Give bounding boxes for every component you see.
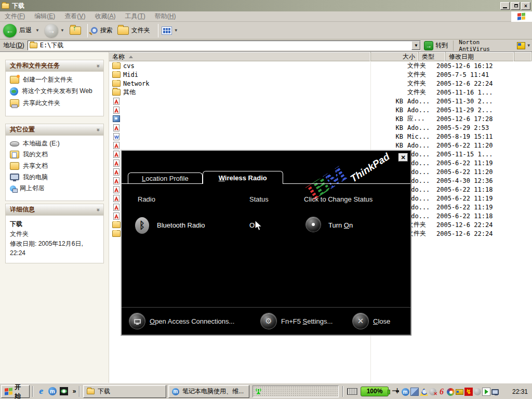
menu-item[interactable]: 帮助(H) — [150, 11, 181, 22]
panel-other-places-header[interactable]: 其它位置 « — [6, 124, 103, 136]
red-six-tray-icon[interactable]: 6 — [437, 388, 446, 396]
collapse-chevron-icon: « — [95, 208, 101, 211]
gear-icon: ⚙ — [261, 313, 276, 329]
access-connections-tray-icon[interactable]: ↯ — [464, 388, 473, 396]
turn-on-button[interactable] — [306, 217, 321, 232]
menu-item[interactable]: 查看(V) — [60, 11, 90, 22]
search-button[interactable]: 搜索 — [91, 26, 114, 35]
file-row[interactable]: KB Ado... 2005-11-30 2... — [109, 97, 532, 105]
views-button[interactable]: ▼ — [162, 26, 180, 35]
minimize-button[interactable] — [500, 2, 510, 10]
address-input[interactable]: E:\下载 ▼ — [28, 41, 421, 50]
network-places-icon — [10, 185, 16, 192]
file-row[interactable]: KB 应... 2005-12-6 17:28 — [109, 114, 532, 123]
panel-details-header[interactable]: 详细信息 « — [6, 204, 103, 216]
file-row[interactable]: KB Ado... 2005-6-22 11:20 — [109, 141, 532, 150]
place-link[interactable]: 共享文档 — [10, 162, 100, 170]
maxthon-tray-icon[interactable]: m — [401, 388, 409, 396]
task-button-notebook[interactable]: m 笔记本电脑使用、维... — [168, 385, 249, 398]
file-row[interactable]: KB Ado... 2005-5-29 2:53 — [109, 123, 532, 132]
file-row[interactable]: Midi 文件夹 2005-7-5 11:41 — [109, 70, 532, 79]
folder-icon — [112, 80, 121, 87]
media-player-tray-icon[interactable] — [482, 388, 490, 396]
menu-item[interactable]: 文件(F) — [0, 11, 30, 22]
collapse-chevron-icon: « — [95, 128, 101, 131]
window-title: 下载 — [12, 2, 499, 10]
task-button-downloads[interactable]: 下载 — [83, 385, 166, 398]
search-magnifier-tray-icon[interactable] — [420, 388, 428, 396]
back-button[interactable]: ← 后退 ▼ — [3, 24, 42, 37]
close-button[interactable]: × — [521, 2, 530, 10]
views-dropdown[interactable]: ▼ — [174, 28, 178, 33]
internet-explorer-quicklaunch-icon[interactable]: e — [36, 387, 46, 396]
open-access-connections-button[interactable]: Open Access Connections... — [129, 313, 234, 329]
task-link[interactable]: 共享此文件夹 — [10, 99, 100, 107]
tab-wireless-radio[interactable]: Wireless Radio — [203, 171, 283, 184]
file-row[interactable]: KB Ado... 2005-11-29 2... — [109, 105, 532, 114]
dialog-close-button[interactable]: ✕ — [398, 153, 408, 162]
back-dropdown[interactable]: ▼ — [35, 28, 39, 33]
tab-location-profile[interactable]: Location Profile — [128, 172, 203, 183]
acdsee-quicklaunch-icon[interactable] — [59, 387, 69, 396]
column-name[interactable]: 名称 — [109, 52, 371, 61]
fn-f5-settings-button[interactable]: ⚙ Fn+F5 Settings... — [261, 313, 332, 329]
restore-button[interactable] — [511, 2, 520, 10]
start-button[interactable]: 开始 — [1, 385, 30, 398]
network-computers-tray-icon[interactable] — [410, 388, 419, 396]
column-date[interactable]: 修改日期 — [446, 52, 514, 61]
gray-ball-tray-icon[interactable] — [474, 388, 481, 395]
place-link[interactable]: 网上邻居 — [10, 184, 100, 192]
norton-antivirus-band[interactable]: Norton AntiVirus ▼ — [453, 41, 532, 51]
wireless-status-band[interactable] — [252, 385, 339, 397]
forward-button[interactable]: → ▼ — [45, 24, 66, 37]
new-folder-icon — [10, 76, 19, 84]
forward-dropdown[interactable]: ▼ — [60, 28, 64, 33]
column-size[interactable]: 大小 — [371, 52, 419, 61]
go-arrow-icon: → — [424, 41, 433, 50]
menu-item[interactable]: 收藏(A) — [90, 11, 120, 22]
norton-dropdown[interactable]: ▼ — [527, 43, 530, 48]
place-link[interactable]: 我的文档 — [10, 151, 100, 158]
close-dialog-button[interactable]: ✕ Close — [353, 313, 390, 329]
place-link[interactable]: 我的电脑 — [10, 174, 100, 181]
quicklaunch-overflow-chevron[interactable]: » — [70, 387, 79, 396]
taskbar-clock[interactable]: 22:31 — [512, 388, 528, 395]
norton-icon — [517, 42, 525, 49]
file-row[interactable]: cvs 文件夹 2005-12-6 16:12 — [109, 61, 532, 70]
menu-bar: 文件(F) 编辑(E) 查看(V) 收藏(A) 工具(T) 帮助(H) — [0, 11, 532, 22]
panel-file-tasks-header[interactable]: 文件和文件夹任务 « — [6, 60, 103, 72]
folders-button[interactable]: 文件夹 — [117, 26, 152, 35]
details-time: 22:24 — [10, 249, 100, 257]
display-monitor-tray-icon[interactable] — [491, 389, 499, 395]
up-button[interactable]: ↑ — [70, 26, 81, 35]
panel-details: 详细信息 « 下载 文件夹 修改日期: 2005年12月6日, 22:24 — [5, 204, 104, 263]
address-dropdown[interactable]: ▼ — [411, 41, 420, 50]
bluetooth-icon: ᛒ — [135, 217, 149, 234]
column-type[interactable]: 类型 — [419, 52, 446, 61]
publish-web-icon — [10, 87, 18, 96]
address-bar: 地址(D) E:\下载 ▼ → 转到 Norton AntiVirus ▼ — [0, 39, 532, 52]
pdf-file-icon — [113, 142, 119, 149]
file-row[interactable]: KB Mic... 2005-8-19 15:11 — [109, 132, 532, 141]
taskbar-separator — [79, 386, 80, 397]
go-button[interactable]: → 转到 — [424, 41, 448, 50]
folder-icon — [87, 389, 95, 394]
task-link[interactable]: 创建一个新文件夹 — [10, 76, 100, 84]
turn-on-label[interactable]: Turn On — [328, 221, 353, 229]
muted-ball-tray-icon[interactable] — [429, 388, 436, 395]
taskbar-separator — [342, 386, 343, 397]
pc-card-tray-icon[interactable] — [456, 389, 463, 395]
file-row[interactable]: Network 文件夹 2005-12-6 22:24 — [109, 79, 532, 88]
up-folder-icon: ↑ — [70, 26, 81, 35]
menu-item[interactable]: 工具(T) — [120, 11, 150, 22]
maxthon-icon: m — [172, 388, 179, 395]
color-spiral-tray-icon[interactable] — [447, 388, 455, 396]
share-folder-icon — [10, 99, 19, 107]
file-row[interactable]: 其他 文件夹 2005-11-16 1... — [109, 88, 532, 97]
place-link[interactable]: 本地磁盘 (E:) — [10, 140, 100, 147]
keyboard-input-icon[interactable] — [347, 388, 357, 395]
menu-item[interactable]: 编辑(E) — [30, 11, 60, 22]
maxthon-quicklaunch-icon[interactable]: m — [48, 387, 57, 396]
application-file-icon — [113, 115, 120, 122]
task-link[interactable]: 将这个文件夹发布到 Web — [10, 87, 100, 96]
